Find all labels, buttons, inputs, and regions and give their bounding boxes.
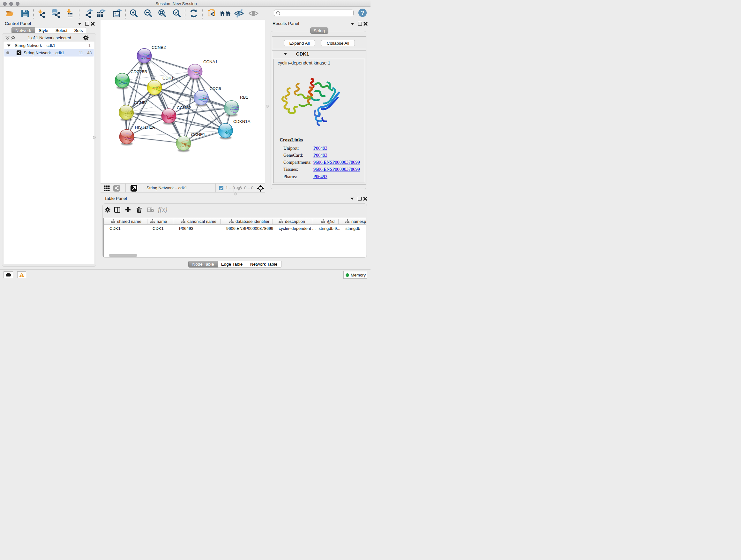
svg-text:CCNA2: CCNA2: [177, 105, 191, 110]
svg-text:CCNB1: CCNB1: [134, 100, 148, 105]
svg-text:CDKN1A: CDKN1A: [233, 119, 251, 124]
svg-text:?: ?: [361, 10, 364, 16]
svg-text:RB1: RB1: [240, 95, 248, 100]
svg-text:HIST1H1A: HIST1H1A: [135, 125, 155, 130]
svg-text:CCNE1: CCNE1: [191, 132, 205, 137]
svg-text:CDC6: CDC6: [210, 86, 221, 91]
svg-text:CCNB2: CCNB2: [151, 45, 166, 50]
svg-text:CDC25B: CDC25B: [131, 69, 147, 74]
svg-text:CDK1: CDK1: [162, 76, 174, 80]
svg-text:CCNA1: CCNA1: [203, 59, 218, 64]
